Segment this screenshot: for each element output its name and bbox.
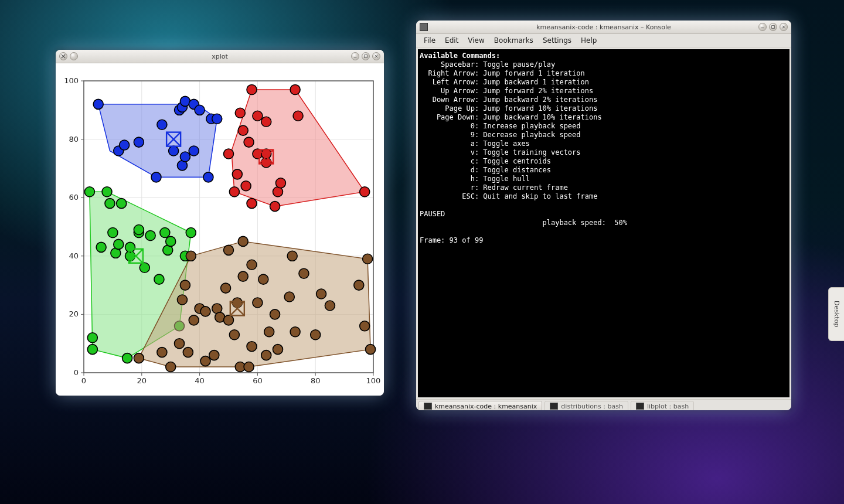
- data-point: [238, 125, 248, 135]
- data-point: [270, 202, 280, 212]
- data-point: [275, 178, 285, 188]
- data-point: [247, 84, 257, 94]
- data-point: [299, 268, 309, 278]
- konsole-tab-label: libplot : bash: [647, 403, 689, 410]
- menu-bookmarks[interactable]: Bookmarks: [490, 35, 537, 46]
- konsole-menubar: FileEditViewBookmarksSettingsHelp: [416, 34, 791, 47]
- data-point: [180, 280, 190, 290]
- data-point: [253, 298, 263, 308]
- svg-text:0: 0: [81, 376, 86, 385]
- data-point: [122, 353, 132, 363]
- konsole-app-icon: [420, 23, 428, 31]
- maximize-button[interactable]: [362, 52, 370, 60]
- konsole-tab[interactable]: distributions : bash: [544, 401, 628, 411]
- konsole-title: kmeansanix-code : kmeansanix – Konsole: [416, 23, 791, 31]
- data-point: [290, 84, 300, 94]
- data-point: [177, 295, 187, 305]
- data-point: [166, 362, 176, 372]
- data-point: [241, 181, 251, 191]
- konsole-tab-label: kmeansanix-code : kmeansanix: [435, 403, 537, 410]
- data-point: [247, 199, 257, 209]
- menu-help[interactable]: Help: [577, 35, 601, 46]
- xplot-window[interactable]: xplot 020406080100020406080100: [56, 50, 384, 396]
- data-point: [232, 298, 242, 308]
- svg-text:0: 0: [74, 368, 79, 377]
- minimize-button[interactable]: [351, 52, 359, 60]
- svg-text:40: 40: [195, 376, 205, 385]
- data-point: [238, 236, 248, 246]
- menu-view[interactable]: View: [464, 35, 488, 46]
- desktop-side-tab-label: Desktop: [833, 301, 840, 327]
- data-point: [247, 342, 257, 352]
- data-point: [180, 152, 190, 162]
- xplot-plot-area: 020406080100020406080100: [56, 63, 384, 396]
- data-point: [354, 280, 364, 290]
- data-point: [244, 362, 254, 372]
- data-point: [102, 187, 112, 197]
- konsole-tab-label: distributions : bash: [561, 403, 623, 410]
- konsole-window[interactable]: kmeansanix-code : kmeansanix – Konsole F…: [416, 21, 791, 410]
- data-point: [166, 236, 176, 246]
- terminal-icon: [636, 403, 644, 410]
- data-point: [154, 274, 164, 284]
- data-point: [270, 309, 280, 319]
- menu-file[interactable]: File: [420, 35, 440, 46]
- data-point: [244, 137, 254, 147]
- terminal-icon: [550, 403, 558, 410]
- data-point: [114, 239, 124, 249]
- desktop-side-tab[interactable]: Desktop: [828, 287, 844, 341]
- minimize-button[interactable]: [758, 23, 767, 31]
- data-point: [363, 254, 373, 264]
- data-point: [120, 140, 130, 150]
- close-button[interactable]: [780, 23, 788, 31]
- data-point: [189, 315, 199, 325]
- data-point: [186, 251, 196, 261]
- data-point: [311, 330, 321, 340]
- svg-text:60: 60: [253, 376, 263, 385]
- data-point: [238, 271, 248, 281]
- data-point: [229, 330, 239, 340]
- svg-text:40: 40: [69, 251, 79, 260]
- data-point: [290, 327, 300, 337]
- data-point: [284, 292, 294, 302]
- svg-text:100: 100: [366, 376, 381, 385]
- konsole-titlebar[interactable]: kmeansanix-code : kmeansanix – Konsole: [416, 21, 791, 34]
- data-point: [235, 108, 245, 118]
- data-point: [157, 348, 167, 357]
- svg-rect-50: [772, 26, 775, 29]
- svg-text:100: 100: [64, 76, 79, 85]
- terminal-output[interactable]: Available Commands: Spacebar: Toggle pau…: [418, 49, 789, 397]
- data-point: [293, 111, 303, 121]
- data-point: [232, 169, 242, 179]
- xplot-app-icon: [59, 52, 67, 60]
- data-point: [186, 227, 196, 237]
- svg-text:20: 20: [137, 376, 147, 385]
- data-point: [224, 245, 234, 255]
- data-point: [229, 187, 239, 197]
- menu-edit[interactable]: Edit: [441, 35, 462, 46]
- svg-text:20: 20: [69, 309, 79, 318]
- terminal-icon: [424, 403, 432, 410]
- data-point: [366, 345, 376, 355]
- data-point: [134, 224, 144, 234]
- data-point: [253, 111, 263, 121]
- data-point: [195, 105, 205, 115]
- data-point: [157, 120, 167, 130]
- data-point: [134, 137, 144, 147]
- data-point: [325, 301, 335, 311]
- data-point: [200, 307, 210, 316]
- data-point: [209, 350, 219, 360]
- close-button[interactable]: [372, 52, 380, 60]
- data-point: [247, 260, 257, 270]
- konsole-tab[interactable]: kmeansanix-code : kmeansanix: [418, 401, 542, 411]
- data-point: [84, 187, 94, 197]
- xplot-titlebar[interactable]: xplot: [56, 50, 384, 63]
- data-point: [93, 99, 103, 109]
- maximize-button[interactable]: [769, 23, 777, 31]
- data-point: [160, 227, 170, 237]
- data-point: [96, 242, 106, 252]
- menu-settings[interactable]: Settings: [539, 35, 576, 46]
- data-point: [183, 348, 193, 357]
- konsole-tab[interactable]: libplot : bash: [631, 401, 694, 411]
- xplot-pin-button[interactable]: [70, 52, 78, 60]
